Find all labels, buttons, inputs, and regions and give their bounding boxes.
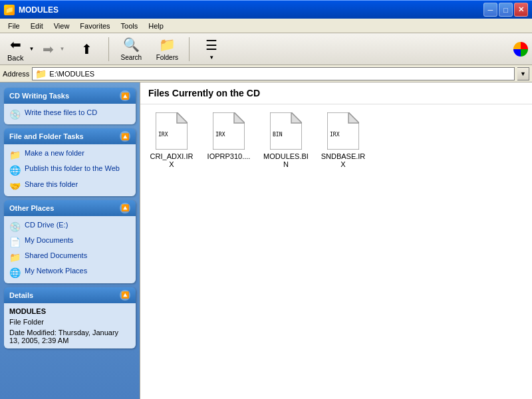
file-folder-section: File and Folder Tasks 🔼 📁 Make a new fol… — [4, 128, 136, 196]
toolbar-separator-1 — [108, 37, 109, 61]
cd-writing-section: CD Writing Tasks 🔼 💿 Write these files t… — [4, 88, 136, 124]
svg-marker-10 — [348, 112, 359, 123]
svg-text:BIN: BIN — [273, 132, 283, 138]
file-folder-title: File and Folder Tasks — [9, 132, 84, 140]
title-bar-left: 📁 MODULES — [4, 5, 59, 15]
cd-writing-collapse[interactable]: 🔼 — [120, 90, 130, 101]
title-bar-controls: ─ □ ✕ — [483, 3, 528, 17]
svg-text:IRX: IRX — [215, 132, 225, 138]
right-panel: Files Currently on the CD IRX CRI_ADXI.I… — [140, 82, 532, 399]
cd-drive-icon: 💿 — [9, 221, 21, 233]
forward-icon: ➡ — [43, 41, 54, 57]
my-documents-label: My Documents — [25, 235, 73, 245]
cd-writing-title: CD Writing Tasks — [9, 92, 69, 100]
menu-favorites[interactable]: Favorites — [74, 21, 115, 31]
up-icon: ⬆ — [81, 41, 92, 57]
back-icon: ⬅ — [10, 37, 21, 53]
address-input-wrap[interactable]: 📁 E:\MODULES — [32, 67, 515, 80]
other-places-header[interactable]: Other Places 🔼 — [4, 200, 136, 216]
file-item[interactable]: IRX CRI_ADXI.IRX — [148, 112, 195, 168]
shared-documents-link[interactable]: 📁 Shared Documents — [9, 251, 130, 263]
file-name-0: CRI_ADXI.IRX — [148, 152, 195, 168]
forward-dropdown[interactable]: ▼ — [57, 37, 67, 61]
network-places-link[interactable]: 🌐 My Network Places — [9, 266, 130, 279]
file-item[interactable]: IRX IOPRP310.... — [205, 112, 252, 168]
cd-drive-link[interactable]: 💿 CD Drive (E:) — [9, 220, 130, 233]
files-area: IRX CRI_ADXI.IRX IRX IOPRP310.... — [140, 104, 532, 399]
svg-marker-1 — [177, 112, 188, 123]
forward-button[interactable]: ➡ — [39, 39, 57, 59]
my-documents-link[interactable]: 📄 My Documents — [9, 235, 130, 248]
cd-writing-header[interactable]: CD Writing Tasks 🔼 — [4, 88, 136, 104]
publish-folder-icon: 🌐 — [9, 164, 21, 176]
share-folder-label: Share this folder — [25, 180, 78, 189]
file-folder-header[interactable]: File and Folder Tasks 🔼 — [4, 128, 136, 144]
file-item[interactable]: BIN MODULES.BIN — [263, 112, 309, 168]
title-bar: 📁 MODULES ─ □ ✕ — [0, 0, 532, 19]
file-item[interactable]: IRX SNDBASE.IRX — [320, 112, 366, 168]
back-button[interactable]: ⬅ Back — [4, 35, 27, 64]
details-name: MODULES — [9, 307, 130, 315]
publish-folder-button[interactable]: 🌐 Publish this folder to the Web — [9, 164, 130, 176]
file-name-3: SNDBASE.IRX — [320, 152, 366, 168]
cd-drive-label: CD Drive (E:) — [25, 220, 68, 229]
file-icon-2: BIN — [270, 112, 302, 150]
window-icon: 📁 — [4, 5, 15, 15]
address-text: E:\MODULES — [49, 70, 511, 78]
search-button[interactable]: 🔍 Search — [114, 35, 148, 63]
main-content: CD Writing Tasks 🔼 💿 Write these files t… — [0, 82, 532, 399]
file-name-1: IOPRP310.... — [207, 152, 251, 160]
folders-label: Folders — [156, 54, 178, 61]
write-files-button[interactable]: 💿 Write these files to CD — [9, 108, 130, 120]
other-places-collapse[interactable]: 🔼 — [120, 203, 130, 213]
back-dropdown[interactable]: ▼ — [27, 37, 37, 61]
folders-icon: 📁 — [159, 37, 176, 53]
menu-file[interactable]: File — [3, 21, 25, 31]
views-button[interactable]: ☰ ▼ — [195, 35, 228, 63]
minimize-button[interactable]: ─ — [483, 3, 497, 17]
address-label: Address — [3, 70, 29, 78]
file-folder-collapse[interactable]: 🔼 — [120, 131, 130, 142]
shared-documents-label: Shared Documents — [25, 251, 87, 260]
window-title: MODULES — [19, 5, 59, 15]
svg-text:IRX: IRX — [158, 132, 168, 138]
publish-folder-label: Publish this folder to the Web — [25, 164, 120, 173]
share-folder-icon: 🤝 — [9, 180, 21, 192]
address-folder-icon: 📁 — [35, 68, 47, 79]
new-folder-button[interactable]: 📁 Make a new folder — [9, 148, 130, 161]
menu-edit[interactable]: Edit — [25, 21, 49, 31]
write-files-icon: 💿 — [9, 108, 21, 120]
details-collapse[interactable]: 🔼 — [120, 290, 130, 301]
address-dropdown[interactable]: ▼ — [517, 67, 529, 80]
back-label: Back — [7, 54, 23, 62]
svg-marker-7 — [291, 112, 302, 123]
close-button[interactable]: ✕ — [514, 3, 528, 17]
details-date: Date Modified: Thursday, January 13, 200… — [9, 329, 130, 344]
files-title: Files Currently on the CD — [140, 82, 532, 104]
file-icon-0: IRX — [156, 112, 188, 150]
menu-help[interactable]: Help — [143, 21, 169, 31]
views-icon: ☰ — [205, 37, 217, 53]
menu-view[interactable]: View — [49, 21, 75, 31]
maximize-button[interactable]: □ — [499, 3, 513, 17]
menu-tools[interactable]: Tools — [116, 21, 144, 31]
file-folder-body: 📁 Make a new folder 🌐 Publish this folde… — [4, 144, 136, 196]
file-name-2: MODULES.BIN — [263, 152, 309, 168]
my-documents-icon: 📄 — [9, 236, 21, 248]
share-folder-button[interactable]: 🤝 Share this folder — [9, 180, 130, 192]
details-header[interactable]: Details 🔼 — [4, 287, 136, 303]
up-button[interactable]: ⬆ — [70, 39, 103, 59]
winxp-logo — [513, 42, 528, 57]
other-places-section: Other Places 🔼 💿 CD Drive (E:) 📄 My Docu… — [4, 200, 136, 283]
back-button-group: ⬅ Back ▼ — [4, 35, 37, 64]
forward-dropdown-arrow: ▼ — [59, 46, 65, 52]
back-dropdown-arrow: ▼ — [29, 46, 34, 52]
file-icon-1: IRX — [213, 112, 245, 150]
details-title: Details — [9, 291, 33, 299]
new-folder-icon: 📁 — [9, 149, 21, 161]
folders-button[interactable]: 📁 Folders — [150, 35, 184, 63]
left-panel: CD Writing Tasks 🔼 💿 Write these files t… — [0, 82, 140, 399]
cd-writing-body: 💿 Write these files to CD — [4, 104, 136, 124]
details-type: File Folder — [9, 318, 130, 326]
other-places-body: 💿 CD Drive (E:) 📄 My Documents 📁 Shared … — [4, 216, 136, 283]
